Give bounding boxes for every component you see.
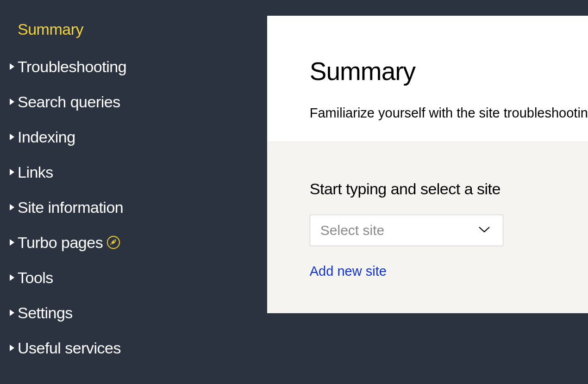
- sidebar-item-turbo-pages[interactable]: Turbo pages: [8, 225, 267, 260]
- sidebar-item-troubleshooting[interactable]: Troubleshooting: [8, 49, 267, 84]
- svg-marker-9: [10, 310, 14, 316]
- rocket-icon: [106, 235, 120, 249]
- sidebar-item-label: Turbo pages: [18, 234, 103, 252]
- svg-marker-10: [10, 345, 14, 351]
- sidebar-item-indexing[interactable]: Indexing: [8, 119, 267, 155]
- chevron-right-icon: [8, 239, 18, 246]
- sidebar-item-label: Useful services: [18, 339, 121, 357]
- select-placeholder: Select site: [320, 223, 384, 238]
- chevron-right-icon: [8, 204, 18, 211]
- sidebar-item-label: Indexing: [18, 128, 75, 146]
- sidebar-item-summary[interactable]: Summary: [8, 20, 267, 49]
- sidebar-item-label: Search queries: [18, 93, 120, 111]
- sidebar-item-label: Site information: [18, 198, 123, 217]
- sidebar-item-tools[interactable]: Tools: [8, 260, 267, 295]
- sidebar-item-settings[interactable]: Settings: [8, 295, 267, 330]
- sidebar-item-search-queries[interactable]: Search queries: [8, 84, 267, 119]
- sidebar-item-label: Summary: [18, 20, 83, 38]
- sidebar-item-label: Troubleshooting: [18, 58, 126, 76]
- svg-marker-1: [10, 99, 14, 105]
- svg-marker-8: [10, 274, 14, 281]
- add-new-site-link[interactable]: Add new site: [310, 264, 387, 279]
- chevron-right-icon: [8, 63, 18, 70]
- sidebar-item-label: Tools: [18, 269, 53, 287]
- summary-header-panel: Summary Familiarize yourself with the si…: [267, 16, 588, 141]
- main-content: Summary Familiarize yourself with the si…: [267, 0, 588, 384]
- page-subtitle: Familiarize yourself with the site troub…: [310, 105, 588, 121]
- chevron-right-icon: [8, 99, 18, 105]
- select-site-dropdown[interactable]: Select site: [310, 215, 503, 246]
- sidebar-item-label: Links: [18, 163, 53, 181]
- sidebar-item-useful-services[interactable]: Useful services: [8, 330, 267, 365]
- sidebar-item-label: Settings: [18, 304, 73, 322]
- svg-marker-4: [10, 204, 14, 211]
- site-select-panel: Start typing and select a site Select si…: [267, 141, 588, 313]
- svg-point-7: [114, 240, 115, 242]
- sidebar: Summary Troubleshooting Search queries I…: [0, 0, 267, 384]
- chevron-right-icon: [8, 169, 18, 175]
- svg-marker-0: [10, 63, 14, 70]
- chevron-down-icon: [478, 225, 491, 235]
- sidebar-item-links[interactable]: Links: [8, 155, 267, 190]
- svg-marker-3: [10, 169, 14, 175]
- sidebar-item-site-information[interactable]: Site information: [8, 190, 267, 225]
- chevron-right-icon: [8, 274, 18, 281]
- select-site-label: Start typing and select a site: [310, 180, 588, 198]
- svg-marker-2: [10, 134, 14, 140]
- chevron-right-icon: [8, 345, 18, 351]
- page-title: Summary: [310, 56, 588, 86]
- svg-marker-5: [10, 239, 14, 246]
- chevron-right-icon: [8, 134, 18, 140]
- chevron-right-icon: [8, 310, 18, 316]
